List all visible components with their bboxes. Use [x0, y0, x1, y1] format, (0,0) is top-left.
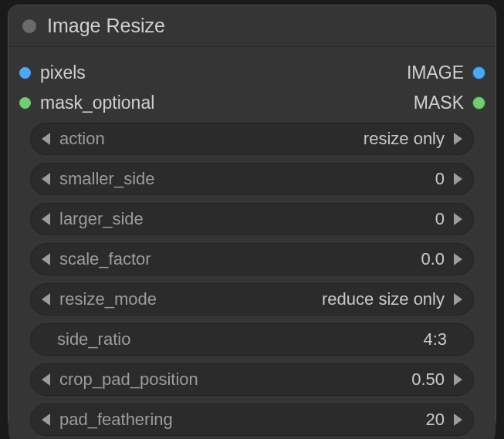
- port-dot-icon[interactable]: [473, 67, 485, 79]
- widget-label: larger_side: [59, 209, 144, 229]
- widget-label: pad_feathering: [59, 410, 173, 430]
- widget-side-ratio[interactable]: side_ratio 4:3: [30, 323, 474, 356]
- widget-value: 0.0: [151, 249, 445, 269]
- port-dot-icon[interactable]: [19, 97, 31, 109]
- output-label: MASK: [414, 93, 464, 113]
- widget-scale-factor[interactable]: scale_factor 0.0: [30, 243, 474, 275]
- arrow-left-icon[interactable]: [42, 414, 50, 426]
- widget-action[interactable]: action resize only: [30, 123, 474, 155]
- widget-label: action: [59, 129, 105, 149]
- arrow-right-icon[interactable]: [454, 414, 462, 426]
- input-pixels[interactable]: pixels: [19, 62, 86, 83]
- input-mask-optional[interactable]: mask_optional: [19, 93, 154, 113]
- input-label: mask_optional: [40, 93, 154, 113]
- io-row-1: mask_optional MASK: [16, 88, 488, 118]
- arrow-left-icon[interactable]: [42, 293, 50, 306]
- widget-value: 0: [155, 169, 445, 189]
- port-dot-icon[interactable]: [19, 67, 31, 79]
- widget-label: crop_pad_position: [59, 370, 198, 390]
- arrow-right-icon[interactable]: [454, 253, 462, 265]
- arrow-left-icon[interactable]: [42, 173, 50, 185]
- widget-value: 0.50: [198, 370, 445, 390]
- widget-value: resize only: [105, 129, 445, 149]
- arrow-right-icon[interactable]: [454, 173, 462, 185]
- arrow-left-icon[interactable]: [42, 133, 50, 145]
- node-title: Image Resize: [47, 15, 165, 37]
- collapse-dot-icon[interactable]: [22, 19, 36, 33]
- output-label: IMAGE: [407, 62, 464, 83]
- widget-value: reduce size only: [157, 289, 445, 309]
- widget-label: resize_mode: [59, 289, 157, 309]
- output-image[interactable]: IMAGE: [407, 62, 485, 83]
- widget-label: side_ratio: [57, 329, 130, 350]
- widget-resize-mode[interactable]: resize_mode reduce size only: [30, 283, 474, 316]
- widget-value: 20: [173, 410, 445, 430]
- arrow-left-icon[interactable]: [42, 253, 50, 265]
- widget-value: 4:3: [130, 329, 447, 350]
- node-header[interactable]: Image Resize: [8, 5, 496, 47]
- arrow-right-icon[interactable]: [454, 133, 462, 145]
- node-body: pixels IMAGE mask_optional MASK action r…: [8, 47, 496, 439]
- arrow-right-icon[interactable]: [454, 213, 462, 225]
- arrow-left-icon[interactable]: [42, 373, 50, 386]
- arrow-left-icon[interactable]: [42, 213, 50, 225]
- output-mask[interactable]: MASK: [414, 93, 485, 113]
- port-dot-icon[interactable]: [473, 97, 485, 109]
- node-image-resize: Image Resize pixels IMAGE mask_optional …: [8, 5, 496, 431]
- widget-pad-feathering[interactable]: pad_feathering 20: [30, 404, 474, 436]
- widgets: action resize only smaller_side 0 larger…: [16, 123, 488, 436]
- input-label: pixels: [40, 62, 86, 83]
- widget-label: scale_factor: [59, 249, 151, 269]
- arrow-right-icon[interactable]: [454, 373, 462, 386]
- arrow-right-icon[interactable]: [454, 293, 462, 306]
- widget-label: smaller_side: [59, 169, 155, 189]
- io-row-0: pixels IMAGE: [16, 58, 488, 88]
- widget-smaller-side[interactable]: smaller_side 0: [30, 163, 474, 195]
- widget-larger-side[interactable]: larger_side 0: [30, 203, 474, 235]
- widget-crop-pad-position[interactable]: crop_pad_position 0.50: [30, 363, 474, 396]
- widget-value: 0: [144, 209, 445, 229]
